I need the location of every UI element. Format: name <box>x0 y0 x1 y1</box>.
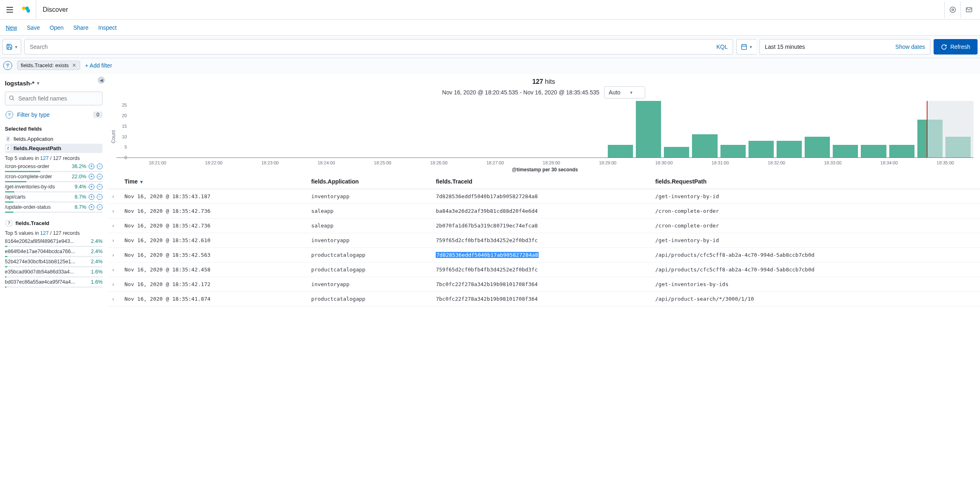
add-filter-minus-icon[interactable]: − <box>97 164 103 169</box>
nav-toggle-button[interactable] <box>3 3 16 16</box>
show-dates-link[interactable]: Show dates <box>895 44 925 50</box>
expand-row-icon[interactable]: › <box>107 248 120 262</box>
chevron-down-icon: ▾ <box>630 90 633 95</box>
chart-bar[interactable] <box>692 134 717 157</box>
index-pattern-selector[interactable]: logstash-* ▾ <box>5 80 103 87</box>
newsfeed-icon[interactable] <box>944 2 960 18</box>
hits-label: hits <box>543 78 555 85</box>
table-row[interactable]: › Nov 16, 2020 @ 18:35:42.736 saleapp ba… <box>107 204 980 219</box>
field-item[interactable]: ? fields.TraceId <box>5 219 103 228</box>
add-filter-plus-icon[interactable]: + <box>89 174 94 179</box>
search-input[interactable] <box>30 44 716 50</box>
field-search <box>5 92 103 105</box>
chart-bar[interactable] <box>889 145 915 157</box>
stat-value: 52b4274e30bcfb41bb8125e1... <box>5 259 82 264</box>
table-row[interactable]: › Nov 16, 2020 @ 18:35:43.187 inventorya… <box>107 189 980 204</box>
cell-application: productcatalogapp <box>306 292 431 306</box>
table-row[interactable]: › Nov 16, 2020 @ 18:35:42.736 saleapp 2b… <box>107 219 980 233</box>
nav-new[interactable]: New <box>6 24 17 31</box>
stat-value: e35bcad90d7db54a86d33a4... <box>5 269 82 275</box>
add-filter-plus-icon[interactable]: + <box>89 204 94 210</box>
field-item[interactable]: t fields.Application <box>5 134 103 144</box>
refresh-button[interactable]: Refresh <box>934 39 978 55</box>
stat-row: /api/carts 8.7% + − <box>5 194 103 200</box>
mail-icon[interactable] <box>960 2 977 18</box>
cell-time: Nov 16, 2020 @ 18:35:42.172 <box>120 277 306 292</box>
add-filter-minus-icon[interactable]: − <box>97 174 103 179</box>
expand-row-icon[interactable]: › <box>107 262 120 277</box>
stat-value: /get-inventories-by-ids <box>5 184 66 190</box>
filter-by-type-count: 0 <box>93 111 103 118</box>
chart-bar[interactable] <box>805 137 830 157</box>
filter-by-type-link[interactable]: Filter by type <box>17 111 90 118</box>
interval-select[interactable]: Auto ▾ <box>604 86 645 98</box>
filter-pill-text: fields.TraceId: exists <box>21 62 69 68</box>
stat-pct: 2.4% <box>85 259 103 264</box>
chevron-down-icon: ▾ <box>750 44 752 50</box>
field-type-badge: ? <box>6 220 12 226</box>
cell-traceid: 7d828536eddf5040b17ab905827284a8 <box>431 248 650 262</box>
filter-pill[interactable]: fields.TraceId: exists ✕ <box>17 61 80 70</box>
col-requestpath[interactable]: fields.RequestPath <box>650 174 980 189</box>
nav-save[interactable]: Save <box>27 24 40 31</box>
stat-row: e35bcad90d7db54a86d33a4... 1.6% <box>5 269 103 275</box>
expand-row-icon[interactable]: › <box>107 189 120 204</box>
nav-share[interactable]: Share <box>73 24 88 31</box>
chart-bar[interactable] <box>861 145 886 157</box>
chart-bar[interactable] <box>636 101 661 157</box>
kibana-logo[interactable] <box>16 0 36 19</box>
col-time[interactable]: Time ▼ <box>120 174 306 189</box>
chevron-down-icon: ▾ <box>37 81 39 86</box>
saved-queries-button[interactable]: ▾ <box>2 39 21 55</box>
date-picker-button[interactable]: ▾ <box>736 39 756 55</box>
expand-row-icon[interactable]: › <box>107 233 120 248</box>
chart-bar[interactable] <box>833 145 858 157</box>
cell-requestpath: /api/products/cfc5cff8-ab2a-4c70-994d-5a… <box>650 262 980 277</box>
stat-row: /update-order-status 8.7% + − <box>5 204 103 210</box>
add-filter-minus-icon[interactable]: − <box>97 184 103 190</box>
cell-application: saleapp <box>306 204 431 219</box>
cell-application: inventoryapp <box>306 277 431 292</box>
index-pattern-label: logstash-* <box>5 80 35 87</box>
nav-inspect[interactable]: Inspect <box>98 24 117 31</box>
nav-open[interactable]: Open <box>50 24 63 31</box>
main: ◀ logstash-* ▾ Filter by type 0 Selected… <box>0 74 980 306</box>
chart-bar[interactable] <box>608 145 633 157</box>
chart-bar[interactable] <box>749 141 774 157</box>
filter-type-icon[interactable] <box>6 111 13 119</box>
cell-requestpath: /get-inventory-by-id <box>650 233 980 248</box>
add-filter-minus-icon[interactable]: − <box>97 204 103 210</box>
chart-bar[interactable] <box>664 147 689 157</box>
chart-bar[interactable] <box>720 145 746 157</box>
field-search-input[interactable] <box>5 92 103 105</box>
remove-filter-icon[interactable]: ✕ <box>72 62 76 68</box>
search-box[interactable]: KQL <box>24 39 733 55</box>
col-application[interactable]: fields.Application <box>306 174 431 189</box>
add-filter-plus-icon[interactable]: + <box>89 164 94 169</box>
table-row[interactable]: › Nov 16, 2020 @ 18:35:42.458 productcat… <box>107 262 980 277</box>
col-traceid[interactable]: fields.TraceId <box>431 174 650 189</box>
filter-options-icon[interactable] <box>3 61 12 70</box>
secondary-nav: New Save Open Share Inspect <box>0 20 980 36</box>
chart-bar[interactable] <box>777 141 802 157</box>
add-filter-link[interactable]: + Add filter <box>85 62 112 69</box>
expand-row-icon[interactable]: › <box>107 277 120 292</box>
chart-plot[interactable]: 0510152025 <box>116 101 973 158</box>
expand-row-icon[interactable]: › <box>107 292 120 306</box>
table-row[interactable]: › Nov 16, 2020 @ 18:35:42.172 inventorya… <box>107 277 980 292</box>
date-range-display[interactable]: Last 15 minutes Show dates <box>760 39 930 55</box>
kql-toggle[interactable]: KQL <box>716 44 728 50</box>
field-item[interactable]: t fields.RequestPath <box>5 144 103 153</box>
table-row[interactable]: › Nov 16, 2020 @ 18:35:41.874 productcat… <box>107 292 980 306</box>
stat-row: 52b4274e30bcfb41bb8125e1... 2.4% <box>5 259 103 264</box>
add-filter-plus-icon[interactable]: + <box>89 194 94 200</box>
expand-row-icon[interactable]: › <box>107 219 120 233</box>
add-filter-minus-icon[interactable]: − <box>97 194 103 200</box>
table-row[interactable]: › Nov 16, 2020 @ 18:35:42.563 productcat… <box>107 248 980 262</box>
collapse-sidebar-icon[interactable]: ◀ <box>98 77 105 84</box>
chart-ylabel: Count <box>111 101 116 173</box>
time-marker <box>927 101 928 157</box>
expand-row-icon[interactable]: › <box>107 204 120 219</box>
add-filter-plus-icon[interactable]: + <box>89 184 94 190</box>
table-row[interactable]: › Nov 16, 2020 @ 18:35:42.610 inventorya… <box>107 233 980 248</box>
